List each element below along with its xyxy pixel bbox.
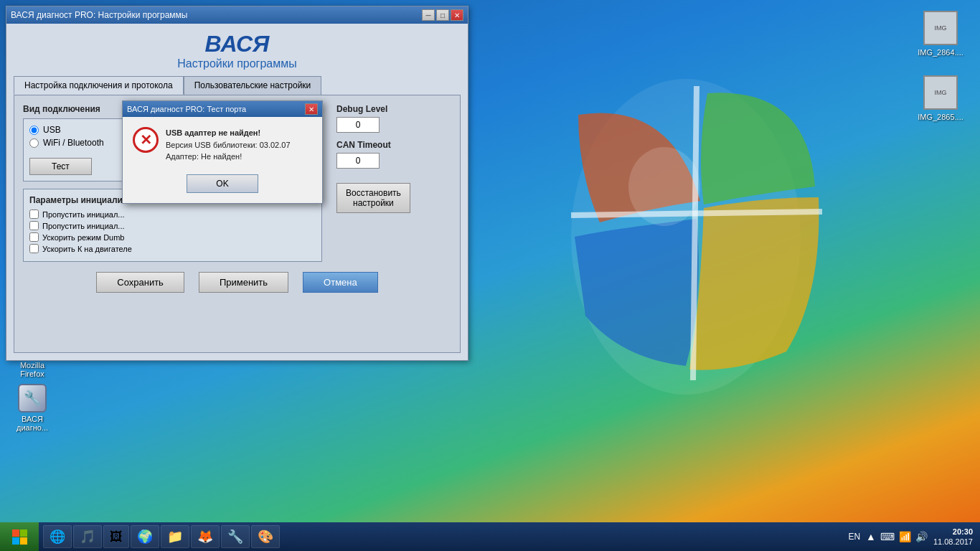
dialog-titlebar: ВАСЯ диагност PRO: Тест порта ✕ <box>123 101 322 117</box>
img2865-thumbnail: IMG <box>923 75 958 110</box>
svg-rect-7 <box>20 537 27 545</box>
clock-date: 11.08.2017 <box>933 537 973 547</box>
tabs: Настройка подключения и протокола Пользо… <box>14 76 461 95</box>
taskbar-item-gallery[interactable]: 🖼 <box>103 525 129 548</box>
taskbar-item-media[interactable]: 🎵 <box>73 525 102 548</box>
init-check-4[interactable] <box>29 244 39 253</box>
maximize-button[interactable]: □ <box>436 9 449 21</box>
app-title: ВАСЯ <box>14 31 461 57</box>
init-check-3[interactable] <box>29 232 39 242</box>
init-check-1[interactable] <box>29 209 39 219</box>
save-button[interactable]: Сохранить <box>96 272 184 293</box>
network-icon: 📶 <box>899 531 911 542</box>
svg-line-2 <box>571 212 822 215</box>
keyboard-icon: ⌨ <box>880 531 895 542</box>
dialog-content: ✕ USB адаптер не найден! Версия USB библ… <box>123 117 322 203</box>
cancel-button[interactable]: Отмена <box>303 272 378 293</box>
init-checkbox-3[interactable]: Ускорить режим Dumb <box>29 232 316 242</box>
dialog-line3: Адаптер: Не найден! <box>166 152 242 161</box>
clock[interactable]: 20:30 11.08.2017 <box>933 527 973 547</box>
dialog-ok-button[interactable]: OK <box>187 174 258 193</box>
svg-rect-5 <box>20 529 27 537</box>
taskbar-item-chrome[interactable]: 🌍 <box>131 525 159 548</box>
minimize-button[interactable]: ─ <box>422 9 435 21</box>
desktop: IMG IMG_2864.... IMG IMG_2865.... 🦊 Mozi… <box>0 0 980 551</box>
dialog-message: USB адаптер не найден! Версия USB библио… <box>166 127 291 163</box>
taskbar: 🌐 🎵 🖼 🌍 📁 🦊 🔧 🎨 EN ▲ ⌨ 📶 🔊 20:30 11.08.2… <box>0 522 980 551</box>
init-check-3-label: Ускорить режим Dumb <box>42 233 124 242</box>
window-controls: ─ □ ✕ <box>422 9 463 21</box>
init-checkbox-2[interactable]: Пропустить инициал... <box>29 221 316 230</box>
debug-level-value[interactable]: 0 <box>336 117 380 133</box>
taskbar-right: EN ▲ ⌨ 📶 🔊 20:30 11.08.2017 <box>841 527 980 547</box>
desktop-icon-vasya[interactable]: 🔧 ВАСЯдиагно... <box>7 384 57 432</box>
wifi-radio[interactable] <box>29 138 39 148</box>
test-button[interactable]: Тест <box>29 158 92 175</box>
app-header: ВАСЯ Настройки программы <box>14 31 461 70</box>
taskbar-item-firefox[interactable]: 🦊 <box>191 525 220 548</box>
init-check-4-label: Ускорить К на двигателе <box>42 245 132 253</box>
dialog-line2: Версия USB библиотеки: 03.02.07 <box>166 141 291 149</box>
svg-rect-4 <box>12 529 19 537</box>
firefox-label: MozillaFirefox <box>20 361 44 378</box>
app-subtitle: Настройки программы <box>14 57 461 70</box>
img2865-label: IMG_2865.... <box>918 113 963 122</box>
taskbar-item-paint[interactable]: 🎨 <box>251 525 280 548</box>
dialog-message-row: ✕ USB адаптер не найден! Версия USB библ… <box>133 127 312 163</box>
dialog-title: ВАСЯ диагност PRO: Тест порта <box>127 105 246 113</box>
vasya-label: ВАСЯдиагно... <box>17 415 48 432</box>
usb-radio[interactable] <box>29 126 39 135</box>
clock-time: 20:30 <box>933 527 973 537</box>
bottom-buttons: Сохранить Применить Отмена <box>23 272 451 300</box>
dialog-line1: USB адаптер не найден! <box>166 128 260 137</box>
wifi-label: WiFi / Bluetooth <box>43 138 104 148</box>
windows-flag <box>535 57 837 416</box>
close-button[interactable]: ✕ <box>451 9 463 21</box>
desktop-icon-img2865[interactable]: IMG IMG_2865.... <box>912 75 969 122</box>
dialog-window: ВАСЯ диагност PRO: Тест порта ✕ ✕ USB ад… <box>122 100 323 204</box>
taskbar-item-explorer[interactable]: 📁 <box>161 525 189 548</box>
apply-button[interactable]: Применить <box>199 272 288 293</box>
start-button[interactable] <box>0 522 39 551</box>
init-check-1-label: Пропустить инициал... <box>42 210 125 219</box>
svg-rect-6 <box>12 537 19 545</box>
volume-icon[interactable]: 🔊 <box>915 531 928 542</box>
taskbar-items: 🌐 🎵 🖼 🌍 📁 🦊 🔧 🎨 <box>39 525 841 548</box>
system-icons: ▲ ⌨ 📶 🔊 <box>866 531 928 542</box>
can-timeout-label: CAN Timeout <box>336 140 451 150</box>
right-panel: Debug Level 0 CAN Timeout 0 Восстановить… <box>336 104 451 262</box>
desktop-icon-img2864[interactable]: IMG IMG_2864.... <box>912 11 969 57</box>
init-checkbox-1[interactable]: Пропустить инициал... <box>29 209 316 219</box>
debug-level-label: Debug Level <box>336 104 451 114</box>
restore-button[interactable]: Восстановитьнастройки <box>336 183 410 213</box>
tab-user-settings[interactable]: Пользовательские настройки <box>184 76 322 95</box>
svg-point-3 <box>628 147 700 226</box>
img2864-thumbnail: IMG <box>923 11 958 45</box>
language-indicator: EN <box>848 532 860 542</box>
main-window-titlebar: ВАСЯ диагност PRO: Настройки программы ─… <box>6 6 468 24</box>
dialog-close-button[interactable]: ✕ <box>305 103 318 115</box>
arrow-up-icon[interactable]: ▲ <box>866 531 876 542</box>
init-check-2[interactable] <box>29 221 39 230</box>
img2864-label: IMG_2864.... <box>918 48 963 57</box>
main-window-title: ВАСЯ диагност PRO: Настройки программы <box>11 10 187 20</box>
taskbar-item-ie[interactable]: 🌐 <box>43 525 72 548</box>
taskbar-item-vasya[interactable]: 🔧 <box>221 525 250 548</box>
init-check-2-label: Пропустить инициал... <box>42 222 125 230</box>
can-timeout-value[interactable]: 0 <box>336 153 380 169</box>
tab-connection[interactable]: Настройка подключения и протокола <box>14 76 184 95</box>
error-icon: ✕ <box>133 127 159 153</box>
init-checkbox-4[interactable]: Ускорить К на двигателе <box>29 244 316 253</box>
svg-line-1 <box>693 86 697 380</box>
usb-label: USB <box>43 125 61 135</box>
